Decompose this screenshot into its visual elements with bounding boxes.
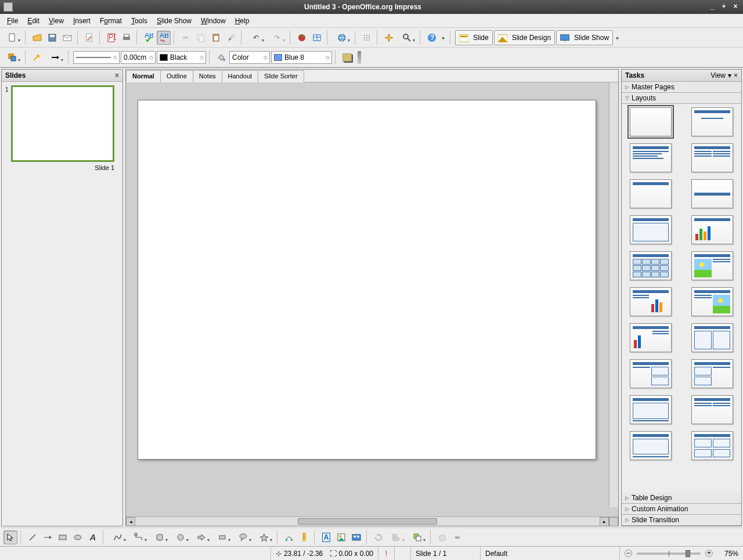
layout-title-text-2obj[interactable] (630, 359, 672, 388)
layout-centered[interactable] (691, 179, 733, 208)
toolbar-grip[interactable] (358, 51, 361, 64)
layout-title-clipart-text[interactable] (691, 251, 733, 280)
accordion-slide-transition[interactable]: ▷Slide Transition (622, 515, 741, 526)
menu-tools[interactable]: Tools (127, 15, 152, 27)
line-width-combo[interactable]: 0.00cm (121, 51, 156, 64)
points-tool[interactable] (282, 530, 296, 544)
help-button[interactable]: ? (425, 31, 439, 45)
hyperlink-button[interactable] (332, 31, 352, 45)
tasks-panel-close[interactable]: × (734, 71, 738, 80)
autospellcheck-button[interactable]: ABC (157, 31, 171, 45)
tasks-view-dropdown-icon[interactable]: ▾ (728, 71, 731, 80)
accordion-table-design[interactable]: ▷Table Design (622, 493, 741, 504)
fill-mode-combo[interactable]: Color (229, 51, 270, 64)
toolbar-overflow[interactable]: ▸ (440, 31, 447, 45)
layout-title-obj-2text[interactable] (691, 359, 733, 388)
block-arrows-tool[interactable] (192, 530, 211, 544)
slide-show-button[interactable]: Slide Show (556, 30, 613, 45)
layout-title-2obj-text[interactable] (630, 395, 672, 424)
arrow-line-tool[interactable] (41, 530, 55, 544)
layout-title-obj-over-text[interactable] (630, 431, 672, 460)
zoom-slider[interactable] (637, 552, 701, 555)
gluepoints-tool[interactable] (297, 530, 311, 544)
open-button[interactable] (30, 31, 44, 45)
extrusion-tool[interactable] (435, 530, 449, 544)
layout-title-2text[interactable] (691, 323, 733, 352)
menu-edit[interactable]: Edit (23, 15, 44, 27)
slides-panel-close[interactable]: × (115, 71, 119, 80)
layout-title-2content[interactable] (691, 143, 733, 172)
navigator-button[interactable] (382, 31, 396, 45)
tab-handout[interactable]: Handout (222, 70, 259, 82)
align-tool[interactable] (387, 530, 406, 544)
shadow-button[interactable] (340, 50, 354, 64)
paste-button[interactable] (209, 31, 223, 45)
rectangle-tool[interactable] (56, 530, 70, 544)
minimize-button[interactable]: _ (708, 3, 716, 11)
text-tool[interactable]: A (86, 530, 100, 544)
layout-title-4obj[interactable] (691, 395, 733, 424)
accordion-custom-animation[interactable]: ▷Custom Animation (622, 504, 741, 515)
flowchart-tool[interactable] (212, 530, 232, 544)
pdf-export-button[interactable]: PDF (104, 31, 118, 45)
menu-view[interactable]: View (44, 15, 68, 27)
arrange-button[interactable] (2, 50, 22, 64)
print-button[interactable] (120, 31, 134, 45)
layout-title-chart-text[interactable] (630, 323, 672, 352)
menu-insert[interactable]: Insert (68, 15, 95, 27)
menu-slideshow[interactable]: Slide Show (152, 15, 196, 27)
stars-tool[interactable] (254, 530, 274, 544)
symbol-shapes-tool[interactable] (171, 530, 190, 544)
interaction-tool[interactable]: ⬌ (450, 530, 464, 544)
new-button[interactable] (2, 31, 22, 45)
table-button[interactable] (310, 31, 324, 45)
zoom-out-button[interactable]: − (625, 550, 632, 557)
tab-normal[interactable]: Normal (126, 70, 161, 82)
chart-button[interactable] (295, 31, 309, 45)
layout-blank[interactable] (630, 107, 672, 136)
menu-file[interactable]: File (2, 15, 23, 27)
line-style-combo[interactable] (73, 51, 120, 64)
curve-tool[interactable] (108, 530, 128, 544)
arrange-tool[interactable] (407, 530, 427, 544)
tab-outline[interactable]: Outline (160, 70, 193, 82)
connector-tool[interactable] (129, 530, 149, 544)
layout-title-object[interactable] (630, 215, 672, 244)
tasks-view-menu[interactable]: View (710, 71, 726, 80)
slide-design-button[interactable]: Slide Design (494, 30, 555, 45)
tab-notes[interactable]: Notes (193, 70, 222, 82)
layout-title-only[interactable] (630, 179, 672, 208)
save-button[interactable] (45, 31, 59, 45)
callouts-tool[interactable] (233, 530, 253, 544)
maximize-button[interactable]: + (720, 3, 728, 11)
line-tool[interactable] (26, 530, 39, 544)
from-file-tool[interactable] (334, 530, 348, 544)
accordion-master-pages[interactable]: ▷Master Pages (622, 82, 741, 93)
basic-shapes-tool[interactable] (150, 530, 169, 544)
menu-help[interactable]: Help (230, 15, 254, 27)
email-button[interactable] (60, 31, 74, 45)
fontwork-tool[interactable]: A (319, 530, 333, 544)
zoom-percent[interactable]: 75% (715, 550, 738, 558)
zoom-button[interactable] (397, 31, 417, 45)
grid-button[interactable] (360, 31, 374, 45)
line-color-combo[interactable]: Black (157, 51, 206, 64)
vertical-scrollbar[interactable] (609, 82, 618, 507)
zoom-in-button[interactable]: + (705, 550, 713, 557)
format-paintbrush-button[interactable]: 🖌 (224, 31, 238, 45)
menu-format[interactable]: Format (95, 15, 127, 27)
layout-title-4quad[interactable] (691, 431, 733, 460)
cut-button[interactable]: ✂ (179, 31, 193, 45)
line-style-arrow-button[interactable] (30, 50, 44, 64)
fill-color-combo[interactable]: Blue 8 (271, 51, 332, 64)
layout-title-text-clipart[interactable] (691, 287, 733, 316)
menu-window[interactable]: Window (196, 15, 230, 27)
layout-title-text-chart[interactable] (630, 287, 672, 316)
arrow-style-button[interactable] (45, 50, 65, 64)
slide-thumbnail-1[interactable] (11, 85, 114, 162)
undo-button[interactable]: ↶ (246, 31, 266, 45)
accordion-layouts[interactable]: ▽Layouts (622, 93, 741, 104)
edit-file-button[interactable] (82, 31, 96, 45)
slide-canvas[interactable] (138, 100, 596, 460)
tab-slide-sorter[interactable]: Slide Sorter (258, 70, 304, 82)
